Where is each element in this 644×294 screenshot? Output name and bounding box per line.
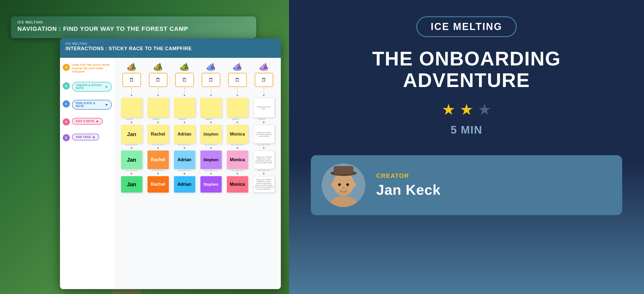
main-card-header-subtitle: ICE MELTING [65,42,275,45]
nav-card[interactable]: ICE MELTING NAVIGATION : FIND YOUR WAY T… [11,16,256,38]
bottom-note-empty: Drag your COPIED sticky here, add at lea… [251,176,276,193]
step-badge-d: D [63,118,70,125]
step-d-pill: EDIT A NOTE ▶ [72,118,103,125]
colored-note-empty: Drag your COPIED sticky here, then chang… [251,151,276,169]
svg-point-7 [342,187,345,189]
step-badge-a: A [63,64,70,71]
nav-card-title: NAVIGATION : FIND YOUR WAY TO THE FOREST… [17,25,250,32]
sticky-icon-1: 🗒 [119,73,144,87]
step-e-pill: ADD TAGS ▶ [72,134,99,140]
star-2: ★ [460,102,473,117]
colored-note-adrian: Adrian [172,151,197,169]
note-yellow-4 [198,98,224,118]
creator-info: CREATOR Jan Keck [376,172,611,198]
sticky-icon-2: 🗒 [145,73,171,87]
name-note-adrian: Adrian [172,125,197,143]
note-yellow-5 [225,98,250,118]
sticky-icon-5: 🗒 [225,73,250,87]
tent-5: 🏕️ [225,62,250,71]
steps-panel: A LOOK FOR THE STICKY NOTE ICON IN THE L… [60,58,115,289]
svg-point-9 [331,182,335,187]
step-b: B CREATE A STICKY NOTE ▶ [63,82,112,92]
step-badge-e: E [63,134,70,141]
step-badge-b: B [63,82,70,89]
sticky-icon-6: 🗒 [251,73,276,87]
ice-melting-label: ICE MELTING [431,21,502,32]
name-note-monica: Monica [225,125,250,143]
star-3: ★ [478,102,491,117]
nav-card-subtitle: ICE MELTING [17,20,250,24]
star-1: ★ [442,102,455,117]
svg-point-6 [346,183,349,186]
sticky-icon-4: 🗒 [198,73,224,87]
left-panel: ICE MELTING NAVIGATION : FIND YOUR WAY T… [0,0,289,294]
colored-note-jan: Jan [119,151,144,169]
avatar [322,163,365,207]
stars-row: ★ ★ ★ [442,102,491,117]
adventure-title: THE ONBOARDING ADVENTURE [372,48,561,91]
bottom-note-rachel: Rachel [145,176,171,193]
note-yellow-3 [172,98,197,118]
main-card-header: ICE MELTING INTERACTIONS : STICKY RACE T… [60,38,281,58]
svg-point-10 [352,182,356,187]
colored-note-rachel: Rachel [145,151,171,169]
main-card-body: A LOOK FOR THE STICKY NOTE ICON IN THE L… [60,58,281,289]
main-card: ICE MELTING INTERACTIONS : STICKY RACE T… [60,38,281,289]
bottom-note-adrian: Adrian [172,176,197,193]
step-e: E ADD TAGS ▶ [63,134,112,141]
note-empty-1: Drag your sticky here [251,98,276,118]
name-note-stephen: Stephen [198,125,224,143]
duration-label: 5 MIN [451,124,483,136]
avatar-image [322,163,365,207]
svg-point-8 [338,191,350,195]
grid-area: 🏕️ 🏕️ 🏕️ 🏕️ 🏕️ 🏕️ 🗒 🗒 � [115,58,281,289]
name-note-jan: Jan [119,125,144,143]
creator-section: CREATOR Jan Keck [311,155,622,215]
right-panel: ICE MELTING THE ONBOARDING ADVENTURE ★ ★… [289,0,644,294]
tent-6: 🏕️ [251,62,276,71]
colored-note-monica: Monica [225,151,250,169]
note-yellow-2 [145,98,171,118]
tent-4: 🏕️ [198,62,224,71]
colored-note-stephen: Stephen [198,151,224,169]
bottom-note-monica: Monica [225,176,250,193]
name-note-rachel: Rachel [145,125,171,143]
step-c-pill: DUPLICATE A NOTE ▶ [72,100,112,110]
step-d: D EDIT A NOTE ▶ [63,118,112,125]
ice-melting-badge: ICE MELTING [416,16,517,37]
step-badge-c: C [63,100,70,107]
step-b-pill: CREATE A STICKY NOTE ▶ [72,82,112,92]
tent-3: 🏕️ [172,62,197,71]
main-card-header-title: INTERACTIONS : STICKY RACE TO THE CAMPFI… [65,46,275,52]
bottom-note-jan: Jan [119,176,144,193]
svg-rect-4 [334,166,353,174]
tent-2: 🏕️ [145,62,171,71]
creator-label: CREATOR [376,172,611,179]
creator-name: Jan Keck [376,182,611,198]
note-yellow-1 [119,98,144,118]
step-c: C DUPLICATE A NOTE ▶ [63,100,112,110]
tent-1: 🏕️ [119,62,144,71]
sticky-icon-3: 🗒 [172,73,197,87]
bottom-note-stephen: Stephen [198,176,224,193]
svg-point-5 [338,183,341,186]
step-a: A LOOK FOR THE STICKY NOTE ICON IN THE L… [63,63,112,74]
name-note-empty: Drag your sticky here, then add your nam… [251,125,276,143]
step-a-text: LOOK FOR THE STICKY NOTE ICON IN THE LEF… [72,63,112,74]
